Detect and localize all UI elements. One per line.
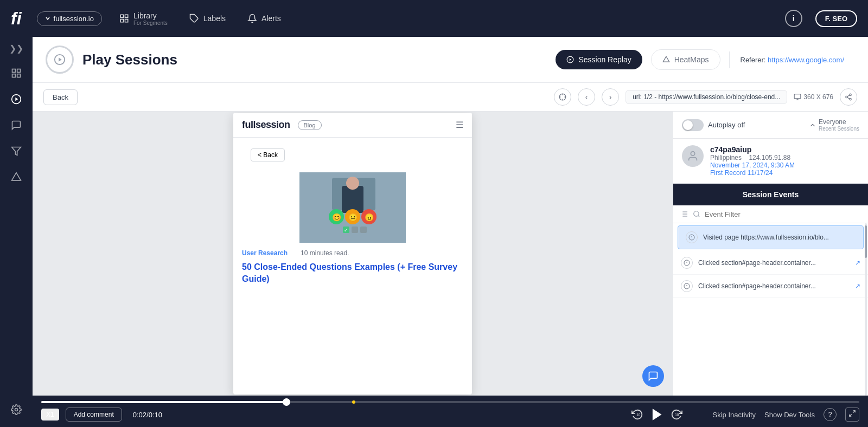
library-sublabel: For Segments xyxy=(133,20,168,26)
referer-url[interactable]: https://www.google.com/ xyxy=(768,56,844,64)
rewind-icon: 10 xyxy=(631,409,643,420)
scrollbar-thumb xyxy=(865,225,867,258)
svg-rect-44 xyxy=(360,227,367,233)
svg-point-12 xyxy=(15,409,18,411)
article-illustration: 😊 😐 😠 ✓ xyxy=(299,172,406,243)
svg-text:😊: 😊 xyxy=(332,213,342,222)
article-category: User Research xyxy=(242,249,288,257)
event-item-3[interactable]: Clicked section#page-header.container...… xyxy=(673,275,868,298)
preview-menu-icon: ☰ xyxy=(456,120,463,130)
next-url-button[interactable]: › xyxy=(602,88,619,106)
events-scrollbar[interactable] xyxy=(865,223,867,396)
svg-line-53 xyxy=(698,216,700,217)
svg-line-30 xyxy=(847,95,850,96)
prev-url-button[interactable]: ‹ xyxy=(578,88,595,106)
sidebar-item-sessions[interactable] xyxy=(5,88,27,110)
heatmaps-tab-icon xyxy=(662,56,670,63)
svg-marker-14 xyxy=(59,57,62,61)
svg-point-34 xyxy=(346,177,359,190)
sessions-recent-label: Recent Sessions xyxy=(819,126,859,132)
main-content: Play Sessions Session Replay HeatMaps Re… xyxy=(33,37,868,427)
progress-thumb xyxy=(283,398,290,406)
rewind-button[interactable]: 10 xyxy=(631,409,643,420)
info-button[interactable]: i xyxy=(785,10,802,27)
content-area: fullsession Blog ☰ < Back xyxy=(33,112,868,396)
tab-heatmaps[interactable]: HeatMaps xyxy=(651,49,720,70)
event-filter-bar xyxy=(673,205,868,223)
sidebar-item-dashboard[interactable] xyxy=(5,62,27,84)
article-read-time: 10 minutes read. xyxy=(301,249,349,257)
workspace-dropdown[interactable]: fullsession.io xyxy=(37,11,102,26)
svg-rect-5 xyxy=(17,69,21,73)
event-item-2[interactable]: Clicked section#page-header.container...… xyxy=(673,251,868,275)
right-controls: Skip Inactivity Show Dev Tools ? xyxy=(713,407,859,422)
heatmaps-tab-label: HeatMaps xyxy=(674,55,709,64)
svg-rect-3 xyxy=(125,20,127,22)
labels-label: Labels xyxy=(203,14,226,23)
sidebar-collapse-btn[interactable]: ❯❯ xyxy=(9,43,23,54)
nav-library[interactable]: Library For Segments xyxy=(115,9,172,28)
back-button[interactable]: Back xyxy=(43,89,78,105)
nav-labels[interactable]: Labels xyxy=(185,11,230,25)
autoplay-label: Autoplay off xyxy=(708,121,745,129)
speed-button[interactable]: X1 xyxy=(41,409,59,420)
crosshair-button[interactable] xyxy=(554,88,571,106)
svg-point-26 xyxy=(850,94,852,96)
viewport-display: 360 X 676 xyxy=(794,93,833,101)
website-preview-frame: fullsession Blog ☰ < Back xyxy=(233,113,472,394)
event-item-1[interactable]: Visited page https://www.fullsession.io/… xyxy=(678,225,864,249)
left-sidebar: ❯❯ xyxy=(0,37,33,427)
event-text-2: Clicked section#page-header.container... xyxy=(698,259,850,267)
time-display: 0:02/0:10 xyxy=(133,411,162,419)
page-header: Play Sessions Session Replay HeatMaps Re… xyxy=(33,37,868,83)
add-comment-button[interactable]: Add comment xyxy=(66,407,122,422)
nav-alerts[interactable]: Alerts xyxy=(243,11,285,25)
chat-widget-button[interactable] xyxy=(642,365,664,387)
preview-back-label: < Back xyxy=(258,151,278,159)
click-icon-2 xyxy=(684,260,690,266)
svg-marker-64 xyxy=(653,409,661,420)
share-button[interactable] xyxy=(840,88,857,106)
event-filter-input[interactable] xyxy=(705,210,861,218)
chat-bubble-icon xyxy=(648,371,659,381)
everyone-sessions-dropdown[interactable]: Everyone Recent Sessions xyxy=(809,118,859,132)
referer-label: Referer: xyxy=(741,56,766,64)
event-arrow-3: ↗ xyxy=(855,282,860,290)
show-dev-tools-button[interactable]: Show Dev Tools xyxy=(764,411,815,419)
event-arrow-2: ↗ xyxy=(855,259,860,267)
settings-icon xyxy=(11,404,22,415)
fullscreen-button[interactable] xyxy=(845,407,859,422)
click-icon-3 xyxy=(684,283,690,289)
play-sessions-icon xyxy=(46,46,74,74)
sidebar-item-settings[interactable] xyxy=(5,399,27,420)
preview-blog-tag: Blog xyxy=(298,120,322,130)
search-icon xyxy=(693,210,700,218)
session-replay-tab-icon xyxy=(566,56,574,63)
progress-track[interactable] xyxy=(41,401,859,403)
filter-icon xyxy=(680,210,688,218)
sidebar-item-funnels[interactable] xyxy=(5,140,27,162)
video-player-area: fullsession Blog ☰ < Back xyxy=(33,112,673,396)
progress-fill xyxy=(41,401,286,403)
svg-rect-7 xyxy=(17,74,21,77)
user-session-date: November 17, 2024, 9:30 AM xyxy=(710,161,795,169)
preview-back-button[interactable]: < Back xyxy=(251,148,285,161)
dropdown-icon xyxy=(45,16,50,21)
preview-logo: fullsession xyxy=(242,119,290,131)
play-button[interactable] xyxy=(650,407,664,422)
labels-icon xyxy=(189,14,199,23)
user-menu-button[interactable]: F. SEO xyxy=(815,10,857,27)
sidebar-item-heatmaps[interactable] xyxy=(5,166,27,188)
sidebar-item-chat[interactable] xyxy=(5,114,27,136)
heatmaps-icon xyxy=(11,172,22,183)
preview-site-header: fullsession Blog ☰ xyxy=(233,113,472,138)
tab-session-replay[interactable]: Session Replay xyxy=(556,50,642,69)
article-title: 50 Close-Ended Questions Examples (+ Fre… xyxy=(233,259,472,294)
svg-text:😐: 😐 xyxy=(348,213,358,222)
skip-inactivity-button[interactable]: Skip Inactivity xyxy=(713,411,756,419)
top-navigation: fi fullsession.io Library For Segments L… xyxy=(0,0,868,37)
event-icon-1 xyxy=(686,231,698,243)
autoplay-toggle[interactable] xyxy=(682,119,704,131)
forward-button[interactable]: 10 xyxy=(671,409,682,420)
help-button[interactable]: ? xyxy=(824,408,837,421)
